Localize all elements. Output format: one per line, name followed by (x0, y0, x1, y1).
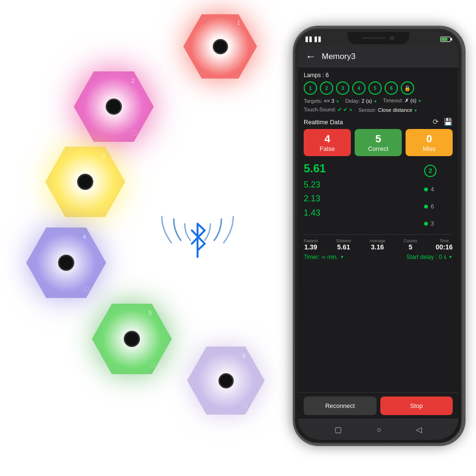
time-stat-val: 00:16 (436, 243, 453, 251)
average-val: 3.16 (369, 243, 385, 251)
hex5-num: 5 (149, 309, 152, 317)
hex1-num: 1 (237, 19, 240, 26)
stop-button[interactable]: Stop (380, 397, 453, 415)
save-icon[interactable]: 💾 (444, 118, 453, 126)
action-buttons: Reconnect Stop (298, 392, 458, 419)
slowest-label: Slowest (336, 238, 351, 243)
time-val-2: 5.23 (304, 178, 419, 192)
fastest-stat: Fastest 1.39 (304, 238, 318, 251)
svg-line-4 (198, 244, 205, 250)
back-button[interactable]: ← (306, 50, 316, 63)
lamp-5[interactable]: 5 (368, 81, 382, 95)
nav-square[interactable]: ▢ (335, 425, 342, 434)
hex3-num: 3 (102, 152, 105, 159)
hex6-num: 6 (242, 352, 246, 359)
hexagon-3: 3 ⬡ (45, 147, 129, 220)
fastest-label: Fastest (304, 238, 318, 243)
lamp-lock[interactable]: 🔒 (401, 81, 414, 95)
dots-column: 2 4 6 3 (424, 159, 453, 231)
time-stat: Time 00:16 (436, 238, 453, 251)
slowest-val: 5.61 (336, 243, 351, 251)
phone-screen: ▋▋ ▋▋ 12:11 ← Memory3 Lamps : 6 (298, 32, 458, 440)
timer-row: Timer: ∞ min. ▼ Start delay : 0 s ▼ (304, 254, 453, 262)
realtime-label: Realtime Data (304, 119, 343, 126)
counts-val: 5 (404, 243, 417, 251)
hexagon-1: 1 (183, 14, 259, 83)
nav-back[interactable]: ◁ (416, 425, 422, 434)
counts-label: Counts (404, 238, 417, 243)
sensor-label: Sensor: Close distance ▼ (358, 107, 417, 113)
nav-circle[interactable]: ○ (377, 426, 381, 434)
delay-label: Delay: 2 (s) ▼ (345, 98, 377, 104)
start-delay-val: 0 s (439, 254, 446, 260)
reconnect-button[interactable]: Reconnect (304, 397, 377, 415)
dot-row-2: 4 (424, 182, 453, 197)
settings-row-1: Targets: <= 3 ▼ Delay: 2 (s) ▼ Timeout: … (304, 98, 453, 104)
score-row: 4 False 5 Correct 0 Miss (304, 129, 453, 156)
false-count: 4 (307, 133, 347, 145)
stats-row: Fastest 1.39 Slowest 5.61 Average 3.16 C… (304, 234, 453, 251)
refresh-icon[interactable]: ⟳ (433, 118, 439, 126)
timer-val: ∞ min. (322, 254, 338, 260)
false-card: 4 False (304, 129, 351, 156)
average-stat: Average 3.16 (369, 238, 385, 251)
false-label: False (307, 145, 347, 152)
time-val-1: 5.61 (304, 159, 419, 178)
lamp-4[interactable]: 4 (352, 81, 366, 95)
lamp-2[interactable]: 2 (320, 81, 333, 95)
start-delay-section[interactable]: Start delay : 0 s ▼ (407, 254, 453, 260)
dot-row-3: 6 (424, 199, 453, 214)
miss-card: 0 Miss (406, 129, 453, 156)
time-val-3: 2.13 (304, 192, 419, 206)
lamps-row: 1 2 3 4 5 6 🔒 (304, 81, 453, 95)
hex2-num: 2 (131, 77, 135, 84)
hexagon-2: 2 ⬡ (74, 71, 157, 145)
counts-stat: Counts 5 (404, 238, 417, 251)
times-column: 5.61 5.23 2.13 1.43 (304, 159, 419, 231)
timer-section[interactable]: Timer: ∞ min. ▼ (304, 254, 344, 260)
miss-label: Miss (409, 145, 449, 152)
correct-count: 5 (358, 133, 398, 145)
start-delay-label: Start delay : (407, 254, 437, 260)
hexagon-5: 5 ⬡ (92, 304, 175, 377)
bluetooth-signal (145, 214, 250, 267)
hex4-num: 4 (83, 233, 86, 240)
time-stat-label: Time (436, 238, 453, 243)
time-val-4: 1.43 (304, 206, 419, 220)
timeout-label: Timeout: ✗ (s) ▼ (383, 98, 421, 104)
lamp-3[interactable]: 3 (336, 81, 349, 95)
correct-label: Correct (358, 145, 398, 152)
app-header: ← Memory3 (298, 46, 458, 67)
targets-label: Targets: <= 3 ▼ (304, 98, 339, 104)
phone-outer: ▋▋ ▋▋ 12:11 ← Memory3 Lamps : 6 (294, 28, 463, 444)
touch-sound-label: Touch-Sound: ✔ ✔ ▼ (304, 107, 353, 113)
data-section: 5.61 5.23 2.13 1.43 2 4 (304, 159, 453, 231)
correct-card: 5 Correct (355, 129, 402, 156)
app-content: Lamps : 6 1 2 3 4 5 6 🔒 Targets: <= 3 ▼ … (298, 67, 458, 392)
lamps-label: Lamps : 6 (304, 72, 453, 79)
realtime-header: Realtime Data ⟳ 💾 (304, 118, 453, 126)
slowest-stat: Slowest 5.61 (336, 238, 351, 251)
miss-count: 0 (409, 133, 449, 145)
dot-row-4: 3 (424, 216, 453, 231)
fastest-val: 1.39 (304, 243, 318, 251)
lamp-6[interactable]: 6 (385, 81, 398, 95)
dot-row-1: 2 (424, 162, 453, 180)
nav-bar: ▢ ○ ◁ (298, 419, 458, 440)
hexagon-6: 6 ⬡ (187, 347, 268, 418)
svg-line-1 (198, 224, 205, 230)
page-title: Memory3 (322, 52, 356, 61)
battery-display (440, 37, 451, 42)
signal-text: ▋▋ ▋▋ (306, 37, 322, 42)
timer-label: Timer: (304, 254, 320, 260)
average-label: Average (369, 238, 385, 243)
phone-wrapper: ▋▋ ▋▋ 12:11 ← Memory3 Lamps : 6 (294, 28, 463, 444)
settings-row-2: Touch-Sound: ✔ ✔ ▼ Sensor: Close distanc… (304, 107, 453, 113)
lamp-1[interactable]: 1 (304, 81, 317, 95)
hexagon-4: 4 ⬡ (26, 228, 109, 301)
